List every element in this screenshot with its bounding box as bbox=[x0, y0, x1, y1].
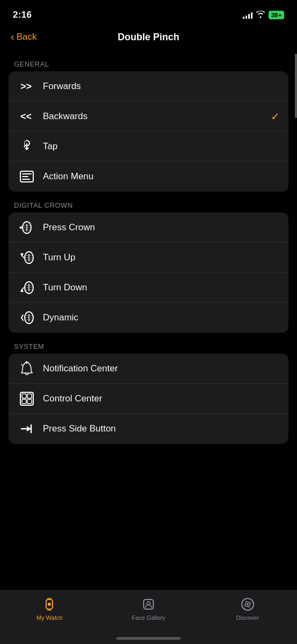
turn-down-icon bbox=[17, 281, 36, 294]
dynamic-icon bbox=[17, 311, 36, 324]
control-center-icon bbox=[17, 392, 36, 406]
section-system: SYSTEM Notification Center bbox=[9, 338, 288, 444]
turn-down-label: Turn Down bbox=[43, 282, 280, 293]
list-item-forwards[interactable]: >> Forwards bbox=[9, 71, 288, 101]
svg-rect-4 bbox=[22, 176, 28, 177]
face-gallery-tab-label: Face Gallery bbox=[132, 614, 165, 621]
home-indicator bbox=[116, 637, 181, 640]
section-general: GENERAL >> Forwards << Backwards ✓ bbox=[9, 56, 288, 192]
backwards-label: Backwards bbox=[43, 111, 271, 122]
svg-line-33 bbox=[21, 318, 23, 320]
svg-rect-5 bbox=[22, 179, 30, 180]
check-mark-backwards: ✓ bbox=[271, 110, 280, 123]
press-crown-label: Press Crown bbox=[43, 222, 280, 233]
list-item-notification-center[interactable]: Notification Center bbox=[9, 354, 288, 384]
action-menu-label: Action Menu bbox=[43, 171, 280, 182]
svg-text:<<: << bbox=[20, 112, 32, 121]
list-item-control-center[interactable]: Control Center bbox=[9, 384, 288, 414]
my-watch-tab-label: My Watch bbox=[36, 614, 63, 621]
list-item-tap[interactable]: Tap bbox=[9, 131, 288, 162]
tab-discover[interactable]: Discover bbox=[198, 596, 297, 621]
list-item-press-side-button[interactable]: Press Side Button bbox=[9, 414, 288, 444]
section-digital-crown: DIGITAL CROWN Press Crown bbox=[9, 197, 288, 333]
forwards-label: Forwards bbox=[43, 81, 280, 92]
section-list-digital-crown: Press Crown Turn Up bbox=[9, 213, 288, 333]
svg-point-47 bbox=[48, 603, 51, 606]
turn-up-icon bbox=[17, 251, 36, 264]
back-chevron-icon: ‹ bbox=[11, 31, 14, 43]
list-item-press-crown[interactable]: Press Crown bbox=[9, 213, 288, 243]
svg-point-49 bbox=[147, 602, 150, 605]
notification-center-label: Notification Center bbox=[43, 363, 280, 374]
notification-icon bbox=[17, 361, 36, 376]
list-item-dynamic[interactable]: Dynamic bbox=[9, 303, 288, 333]
back-label: Back bbox=[17, 32, 37, 42]
forwards-icon: >> bbox=[17, 82, 36, 91]
page-title: Double Pinch bbox=[117, 32, 179, 43]
face-gallery-icon bbox=[140, 596, 157, 612]
section-header-general: GENERAL bbox=[9, 56, 288, 71]
control-center-label: Control Center bbox=[43, 393, 280, 404]
nav-bar: ‹ Back Double Pinch bbox=[0, 27, 297, 50]
side-button-icon bbox=[17, 422, 36, 436]
svg-rect-38 bbox=[27, 394, 32, 398]
svg-marker-8 bbox=[19, 226, 21, 229]
status-time: 2:16 bbox=[13, 10, 32, 20]
discover-tab-label: Discover bbox=[236, 614, 259, 621]
svg-point-52 bbox=[247, 603, 249, 605]
tap-icon bbox=[17, 140, 36, 153]
section-list-system: Notification Center Control Center bbox=[9, 354, 288, 444]
turn-up-label: Turn Up bbox=[43, 252, 280, 263]
status-bar: 2:16 38 bbox=[0, 0, 297, 27]
tap-label: Tap bbox=[43, 141, 280, 152]
svg-rect-46 bbox=[47, 609, 51, 611]
my-watch-icon bbox=[41, 596, 57, 612]
list-item-turn-up[interactable]: Turn Up bbox=[9, 243, 288, 273]
section-header-digital-crown: DIGITAL CROWN bbox=[9, 197, 288, 213]
signal-icon bbox=[243, 11, 253, 19]
dynamic-label: Dynamic bbox=[43, 312, 280, 323]
svg-rect-45 bbox=[47, 598, 51, 600]
list-item-backwards[interactable]: << Backwards ✓ bbox=[9, 101, 288, 131]
scroll-indicator[interactable] bbox=[295, 54, 297, 118]
svg-rect-37 bbox=[22, 394, 26, 398]
tab-my-watch[interactable]: My Watch bbox=[0, 596, 99, 621]
svg-rect-40 bbox=[27, 399, 32, 404]
section-header-system: SYSTEM bbox=[9, 338, 288, 354]
list-item-action-menu[interactable]: Action Menu bbox=[9, 162, 288, 192]
list-item-turn-down[interactable]: Turn Down bbox=[9, 273, 288, 303]
discover-icon bbox=[240, 596, 256, 612]
section-list-general: >> Forwards << Backwards ✓ Tap bbox=[9, 71, 288, 192]
action-menu-icon bbox=[17, 171, 36, 182]
battery-icon: 38 bbox=[269, 11, 284, 19]
tab-bar: My Watch Face Gallery Discover bbox=[0, 590, 297, 644]
press-side-button-label: Press Side Button bbox=[43, 423, 280, 434]
status-icons: 38 bbox=[243, 11, 284, 20]
svg-rect-3 bbox=[22, 173, 32, 174]
svg-rect-39 bbox=[22, 399, 26, 404]
back-button[interactable]: ‹ Back bbox=[11, 31, 36, 43]
press-crown-icon bbox=[17, 221, 36, 234]
wifi-icon bbox=[256, 11, 265, 20]
tab-face-gallery[interactable]: Face Gallery bbox=[99, 596, 198, 621]
svg-text:>>: >> bbox=[20, 82, 32, 91]
svg-marker-19 bbox=[20, 253, 24, 257]
svg-marker-26 bbox=[20, 289, 24, 292]
backwards-icon: << bbox=[17, 112, 36, 121]
svg-line-35 bbox=[21, 364, 23, 365]
